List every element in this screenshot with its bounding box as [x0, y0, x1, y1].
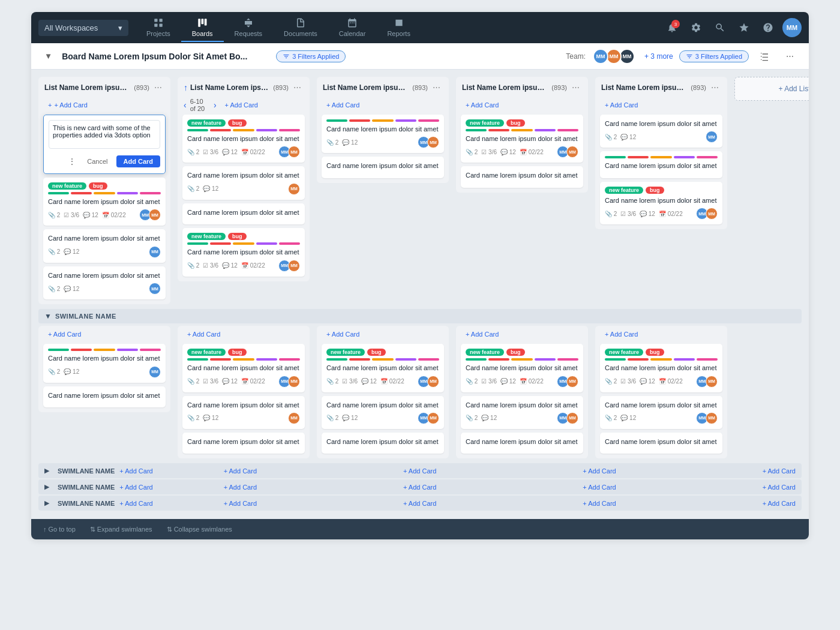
card[interactable]: Card name lorem ipsum dolor sit amet 📎 2…	[182, 396, 305, 429]
collapsed-add-card-2c[interactable]: + Add Card	[403, 484, 436, 491]
card-title: Card name lorem ipsum dolor sit amet	[48, 197, 161, 206]
collapsed-add-card-3[interactable]: + Add Card	[119, 500, 152, 507]
list-3-menu-btn[interactable]: ⋯	[430, 82, 443, 93]
collapsed-add-card-3b[interactable]: + Add Card	[224, 500, 257, 507]
list-5-add-card-btn[interactable]: + Add Card	[600, 99, 722, 111]
card[interactable]: Card name lorem ipsum dolor sit amet 📎 2…	[461, 396, 583, 429]
collapsed-swimlane-1[interactable]: ▶ SWIMLANE NAME + Add Card + Add Card + …	[38, 463, 802, 478]
card[interactable]: Card name lorem ipsum dolor sit amet 📎 2…	[43, 344, 166, 382]
filter-badge-left[interactable]: 3 Filters Applied	[276, 50, 346, 62]
cancel-btn[interactable]: Cancel	[82, 155, 112, 167]
nav-requests[interactable]: Requests	[224, 14, 273, 42]
list-3-add-card-btn[interactable]: + Add Card	[322, 99, 444, 111]
collapsed-add-card-1e[interactable]: + Add Card	[763, 467, 796, 475]
card[interactable]: new feature bug Card name lorem ipsum do	[182, 344, 305, 392]
card[interactable]: Card name lorem ipsum dolor sit amet	[322, 157, 444, 178]
list-3-title: List Name Lorem ipsum dolor sit	[323, 83, 410, 92]
search-btn[interactable]	[710, 18, 730, 37]
card[interactable]: Card name lorem ipsum dolor sit amet 📎 2…	[600, 396, 722, 429]
card[interactable]: Card name lorem ipsum dolor sit amet 📎 2…	[600, 115, 722, 148]
footer-expand[interactable]: ⇅ Expand swimlanes	[90, 526, 152, 533]
list-2-menu-btn[interactable]: ⋯	[291, 82, 304, 93]
card[interactable]: new feature bug Card name lorem ipsum do	[461, 115, 583, 163]
list-2-next-btn[interactable]: ›	[214, 100, 217, 110]
list-1-menu-btn[interactable]: ⋯	[152, 82, 164, 93]
card[interactable]: Card name lorem ipsum dolor sit amet 📎 2…	[43, 229, 166, 262]
card[interactable]: Card name lorem ipsum dolor sit amet	[600, 433, 722, 454]
nav-projects[interactable]: Projects	[136, 14, 181, 42]
sw-list-2-add-card-btn[interactable]: + Add Card	[182, 328, 305, 340]
list-4-add-card-btn[interactable]: + Add Card	[461, 99, 583, 111]
color-bar	[187, 242, 208, 245]
list-2-add-card-btn[interactable]: + Add Card	[220, 99, 304, 111]
user-avatar-btn[interactable]: MM	[782, 18, 802, 37]
card[interactable]: Card name lorem ipsum dolor sit amet	[600, 151, 722, 178]
collapsed-add-card-1b[interactable]: + Add Card	[224, 467, 257, 475]
board-menu-btn[interactable]: ⋯	[780, 47, 799, 66]
nav-documents[interactable]: Documents	[273, 14, 328, 42]
collapsed-swimlane-3[interactable]: ▶ SWIMLANE NAME + Add Card + Add Card + …	[38, 496, 802, 511]
card[interactable]: Card name lorem ipsum dolor sit amet 📎 2…	[43, 266, 166, 299]
card[interactable]: Card name lorem ipsum dolor sit amet 📎 2…	[322, 115, 444, 153]
add-card-confirm-btn[interactable]: Add Card	[116, 155, 161, 167]
collapsed-add-card-3e[interactable]: + Add Card	[763, 500, 796, 507]
collapsed-add-card-2b[interactable]: + Add Card	[224, 484, 257, 491]
card-editor-textarea[interactable]: This is new card with some of the proper…	[49, 120, 160, 149]
collapsed-add-card-3c[interactable]: + Add Card	[403, 500, 436, 507]
collapsed-add-card-1[interactable]: + Add Card	[119, 467, 152, 475]
footer-collapse[interactable]: ⇅ Collapse swimlanes	[167, 526, 232, 533]
color-bar	[279, 129, 300, 131]
card[interactable]: new feature bug Card name lorem ipsum do	[461, 344, 583, 392]
board-collapse-btn[interactable]: ▼	[41, 50, 56, 62]
card[interactable]: Card name lorem ipsum dolor sit amet	[182, 433, 305, 454]
sw-list-5-add-card-btn[interactable]: + Add Card	[600, 328, 722, 340]
workspace-selector[interactable]: All Workspaces ▾	[38, 20, 128, 36]
sw-list-1-add-card-btn[interactable]: + Add Card	[43, 328, 166, 340]
notification-btn[interactable]: 3	[662, 18, 682, 37]
collapsed-add-card-2[interactable]: + Add Card	[119, 484, 152, 491]
nav-boards[interactable]: Boards	[181, 14, 224, 42]
sw-list-3-add-card-btn[interactable]: + Add Card	[322, 328, 444, 340]
card[interactable]: new feature bug Card name lorem ipsum do…	[600, 182, 722, 224]
filter-badge-right[interactable]: 3 Filters Applied	[679, 50, 749, 62]
card[interactable]: new feature bug Card name lorem ipsum do	[600, 344, 722, 392]
nav-calendar[interactable]: Calendar	[328, 14, 377, 42]
card[interactable]: Card name lorem ipsum dolor sit amet	[182, 203, 305, 224]
board-header: ▼ Board Name Lorem Ipsum Dolor Sit Amet …	[31, 43, 809, 70]
list-2-prev-btn[interactable]: ‹	[184, 100, 187, 110]
add-list-btn[interactable]: + Add List	[734, 77, 809, 101]
card[interactable]: Card name lorem ipsum dolor sit amet 📎 2…	[322, 396, 444, 429]
swimlane-header[interactable]: ▼ SWIMLANE NAME	[38, 309, 802, 323]
list-1-add-card-btn[interactable]: + + Add Card	[43, 99, 166, 111]
card[interactable]: Card name lorem ipsum dolor sit amet	[461, 433, 583, 454]
card[interactable]: Card name lorem ipsum dolor sit amet	[322, 433, 444, 454]
prev-page-btn[interactable]: ↑	[184, 83, 188, 92]
more-actions-btn[interactable]: ⋮	[65, 154, 79, 169]
collapsed-add-card-1d[interactable]: + Add Card	[583, 467, 616, 475]
collapsed-add-card-2d[interactable]: + Add Card	[583, 484, 616, 491]
card[interactable]: new feature bug Card name lorem ipsum do	[322, 344, 444, 392]
card[interactable]: Card name lorem ipsum dolor sit amet 📎 2…	[182, 166, 305, 199]
collapsed-add-card-3d[interactable]: + Add Card	[583, 500, 616, 507]
star-btn[interactable]	[734, 18, 754, 37]
board-icon	[197, 17, 208, 28]
help-btn[interactable]	[758, 18, 778, 37]
nav-reports[interactable]: Reports	[376, 14, 421, 42]
card[interactable]: Card name lorem ipsum dolor sit amet	[461, 166, 583, 187]
color-bar	[674, 156, 695, 158]
card[interactable]: new feature bug Card name lorem ipsum do	[182, 115, 305, 163]
list-4-menu-btn[interactable]: ⋯	[569, 82, 582, 93]
collapsed-add-card-2e[interactable]: + Add Card	[763, 484, 796, 491]
card-color-bars	[187, 242, 300, 245]
footer-go-to-top[interactable]: ↑ Go to top	[43, 526, 76, 533]
board-view-btn[interactable]	[755, 47, 774, 66]
sw-list-4-add-card-btn[interactable]: + Add Card	[461, 328, 583, 340]
card[interactable]: new feature bug Card name lorem ipsum do	[182, 228, 305, 276]
collapsed-swimlane-2[interactable]: ▶ SWIMLANE NAME + Add Card + Add Card + …	[38, 479, 802, 494]
collapsed-add-card-1c[interactable]: + Add Card	[403, 467, 436, 475]
settings-btn[interactable]	[686, 18, 706, 37]
card[interactable]: Card name lorem ipsum dolor sit amet	[43, 386, 166, 407]
card[interactable]: new feature bug Card name lorem ipsum do	[43, 178, 166, 226]
team-more-link[interactable]: + 3 more	[644, 52, 673, 61]
list-5-menu-btn[interactable]: ⋯	[709, 82, 721, 93]
